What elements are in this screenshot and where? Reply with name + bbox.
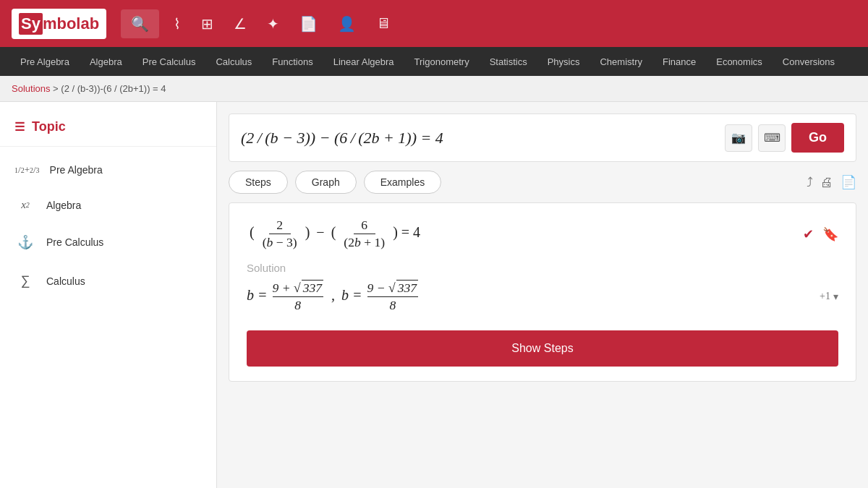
frac-sol-1: 9 + √337 8 — [273, 280, 324, 313]
feedback-icon[interactable]: 🖥 — [376, 15, 391, 32]
frac-2: 6 (2b + 1) — [344, 218, 385, 250]
breadcrumb-separator: > — [53, 83, 61, 94]
sidebar-item-algebra[interactable]: x2 Algebra — [0, 187, 216, 223]
breadcrumb-current: (2 / (b-3))-(6 / (2b+1)) = 4 — [61, 83, 166, 94]
keyboard-button[interactable]: ⌨ — [758, 124, 786, 152]
pre-algebra-icon: 1/2+2/3 — [14, 164, 40, 176]
main-layout: ☰ Topic 1/2+2/3 Pre Algebra x2 Algebra ⚓… — [0, 102, 868, 488]
plus-one-label: +1 — [820, 291, 830, 302]
sidebar-item-pre-calculus[interactable]: ⚓ Pre Calculus — [0, 223, 216, 262]
user-icon[interactable]: 👤 — [338, 15, 356, 33]
show-steps-button[interactable]: Show Steps — [247, 330, 838, 367]
nav-linear-algebra[interactable]: Linear Algebra — [325, 47, 403, 76]
download-icon[interactable]: 📄 — [841, 174, 856, 190]
nav-chemistry[interactable]: Chemistry — [591, 47, 651, 76]
nav-finance[interactable]: Finance — [654, 47, 705, 76]
angle-icon[interactable]: ∠ — [234, 15, 247, 33]
nav-functions[interactable]: Functions — [263, 47, 321, 76]
search-icon: 🔍 — [131, 15, 149, 33]
nav-pre-calculus[interactable]: Pre Calculus — [134, 47, 205, 76]
nav-statistics[interactable]: Statistics — [481, 47, 536, 76]
matrix-icon[interactable]: ⊞ — [201, 15, 213, 33]
bookmark-icon[interactable]: 🔖 — [822, 226, 838, 242]
sqrt-sym-2: √337 — [388, 280, 418, 296]
plus-one-button[interactable]: +1 ▾ — [820, 291, 838, 303]
print-icon[interactable]: 🖨 — [820, 175, 833, 190]
sidebar-topic[interactable]: ☰ Topic — [0, 114, 216, 147]
chevron-down-icon: ▾ — [833, 291, 838, 303]
main-content: (2 / (b − 3)) − (6 / (2b + 1)) = 4 📷 ⌨ G… — [217, 102, 868, 488]
nav-algebra[interactable]: Algebra — [81, 47, 131, 76]
solution-formula: b = 9 + √337 8 , b = 9 − √337 8 — [247, 280, 420, 313]
sidebar: ☰ Topic 1/2+2/3 Pre Algebra x2 Algebra ⚓… — [0, 102, 217, 488]
solution-label: Solution — [247, 262, 838, 274]
equation-input-area: (2 / (b − 3)) − (6 / (2b + 1)) = 4 📷 ⌨ G… — [229, 114, 856, 162]
solution-result: b = 9 + √337 8 , b = 9 − √337 8 +1 ▾ — [247, 280, 838, 313]
calculus-icon: ∑ — [14, 273, 36, 288]
navbar: Pre Algebra Algebra Pre Calculus Calculu… — [0, 47, 868, 76]
notebook-icon[interactable]: 📄 — [299, 15, 318, 33]
equation-display: (2 / (b − 3)) − (6 / (2b + 1)) = 4 — [241, 129, 718, 147]
logo[interactable]: Symbolab — [12, 9, 106, 39]
nav-pre-algebra[interactable]: Pre Algebra — [12, 47, 78, 76]
pre-calculus-icon: ⚓ — [14, 234, 36, 250]
topic-label: Topic — [32, 119, 66, 134]
hamburger-icon[interactable]: ☰ — [14, 120, 25, 134]
algebra-icon: x2 — [14, 199, 36, 211]
rendered-equation: ( 2 (b − 3) ) − ( 6 (2b + 1) ) = 4 — [247, 218, 420, 250]
share-icon[interactable]: ⤴ — [807, 175, 813, 190]
nav-physics[interactable]: Physics — [539, 47, 589, 76]
nav-economics[interactable]: Economics — [707, 47, 771, 76]
solution-card: ( 2 (b − 3) ) − ( 6 (2b + 1) ) = 4 ✔ 🔖 — [229, 202, 856, 382]
app-header: Symbolab 🔍 ⌇ ⊞ ∠ ✦ 📄 👤 🖥 — [0, 0, 868, 47]
breadcrumb-solutions[interactable]: Solutions — [12, 83, 50, 94]
breadcrumb: Solutions > (2 / (b-3))-(6 / (2b+1)) = 4 — [0, 76, 868, 102]
equation-actions: 📷 ⌨ Go — [725, 123, 844, 153]
frac-sol-2: 9 − √337 8 — [367, 280, 419, 313]
sidebar-label-pre-calculus: Pre Calculus — [46, 236, 103, 248]
logo-prefix: Sy — [19, 13, 43, 35]
camera-button[interactable]: 📷 — [725, 124, 752, 152]
solution-equation: ( 2 (b − 3) ) − ( 6 (2b + 1) ) = 4 ✔ 🔖 — [247, 218, 838, 250]
sqrt-sym-1: √337 — [294, 280, 323, 296]
sidebar-label-pre-algebra: Pre Algebra — [50, 164, 103, 176]
tab-row: Steps Graph Examples ⤴ 🖨 📄 — [229, 171, 856, 194]
equation-card-icons: ✔ 🔖 — [803, 226, 838, 242]
header-icon-group: ⌇ ⊞ ∠ ✦ 📄 👤 🖥 — [174, 15, 856, 33]
tips-icon[interactable]: ✦ — [267, 15, 279, 33]
frac-1: 2 (b − 3) — [263, 218, 297, 250]
tab-examples[interactable]: Examples — [364, 171, 441, 194]
sidebar-label-algebra: Algebra — [46, 200, 81, 211]
verify-icon[interactable]: ✔ — [803, 226, 814, 242]
go-button[interactable]: Go — [791, 123, 844, 153]
nav-trigonometry[interactable]: Trigonometry — [406, 47, 478, 76]
tab-graph[interactable]: Graph — [295, 171, 357, 194]
nav-conversions[interactable]: Conversions — [774, 47, 843, 76]
logo-suffix: mbolab — [43, 14, 99, 33]
sidebar-item-pre-algebra[interactable]: 1/2+2/3 Pre Algebra — [0, 153, 216, 187]
graph-icon[interactable]: ⌇ — [174, 15, 181, 33]
sidebar-label-calculus: Calculus — [46, 275, 85, 287]
tab-steps[interactable]: Steps — [229, 171, 288, 194]
nav-calculus[interactable]: Calculus — [207, 47, 260, 76]
tab-action-icons: ⤴ 🖨 📄 — [807, 174, 856, 190]
sidebar-item-calculus[interactable]: ∑ Calculus — [0, 262, 216, 300]
search-button[interactable]: 🔍 — [121, 9, 159, 38]
tab-buttons: Steps Graph Examples — [229, 171, 441, 194]
